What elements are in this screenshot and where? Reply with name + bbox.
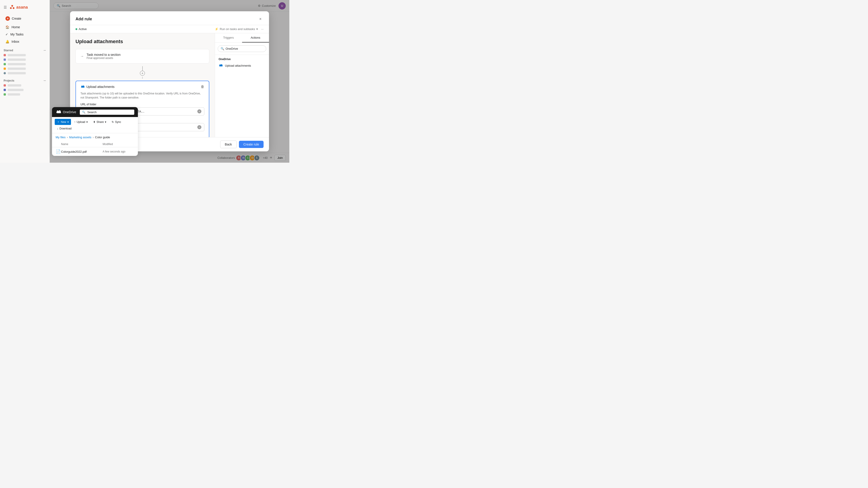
onedrive-panel-header: OneDrive 🔍 Search bbox=[52, 107, 138, 117]
breadcrumb-color-guide[interactable]: Color guide bbox=[95, 135, 110, 139]
action-title: Upload attachments bbox=[75, 39, 209, 44]
file-type-icon: 📄 bbox=[56, 149, 61, 154]
create-button[interactable]: + Create bbox=[3, 14, 47, 23]
od-share-chevron: ▾ bbox=[105, 121, 106, 124]
od-new-button[interactable]: ＋ New ▾ bbox=[55, 119, 71, 125]
project-item-1[interactable] bbox=[0, 83, 50, 88]
sidebar-item-home[interactable]: 🏠 Home bbox=[2, 24, 48, 31]
action-card-title: Upload attachments bbox=[81, 85, 115, 89]
trigger-title: Task moved to a section bbox=[87, 53, 121, 57]
od-upload-button[interactable]: ↑ Upload ▾ bbox=[72, 119, 90, 125]
od-share-button[interactable]: ⬆ Share ▾ bbox=[91, 119, 108, 125]
projects-more-icon[interactable]: ··· bbox=[43, 79, 46, 82]
starred-item-3[interactable] bbox=[0, 62, 50, 66]
breadcrumb-marketing-assets[interactable]: Marketing assets bbox=[69, 135, 91, 139]
trigger-card[interactable]: → Task moved to a section Final approved… bbox=[75, 49, 209, 64]
delete-action-button[interactable]: 🗑 bbox=[201, 85, 204, 89]
project-color-dot bbox=[4, 54, 6, 56]
connector-plus-button[interactable]: + bbox=[140, 71, 145, 76]
home-label: Home bbox=[11, 25, 20, 29]
project-name bbox=[8, 54, 26, 56]
onedrive-search-bar[interactable]: 🔍 Search bbox=[80, 109, 134, 115]
od-download-icon: ↓ bbox=[57, 127, 58, 130]
inbox-label: Inbox bbox=[11, 40, 19, 43]
project-color-dot bbox=[4, 93, 6, 96]
create-rule-button[interactable]: Create rule bbox=[239, 141, 264, 148]
project-name bbox=[8, 63, 26, 65]
panel-search-value: OneDrive bbox=[225, 47, 238, 51]
url-field-label: URL of folder bbox=[81, 103, 204, 106]
trigger-arrow-icon: → bbox=[80, 54, 84, 58]
file-name: Colorguide2022.pdf bbox=[61, 150, 103, 153]
projects-label: Projects bbox=[4, 79, 14, 82]
project-color-dot bbox=[4, 89, 6, 91]
active-dot bbox=[75, 28, 77, 30]
project-name bbox=[8, 68, 26, 70]
more-options-icon[interactable]: ··· bbox=[261, 27, 264, 31]
onedrive-toolbar: ＋ New ▾ ↑ Upload ▾ ⬆ Share ▾ ↻ Sync bbox=[52, 117, 138, 133]
tab-actions[interactable]: Actions bbox=[242, 33, 269, 42]
od-upload-icon: ↑ bbox=[74, 121, 75, 124]
onedrive-panel-title: OneDrive bbox=[63, 110, 76, 114]
main-area: 🔍 Search ⚙ Customize U Add rule × bbox=[50, 0, 289, 163]
breadcrumb: My files › Marketing assets › Color guid… bbox=[52, 133, 138, 141]
bell-icon: 🔔 bbox=[5, 40, 9, 43]
project-color-dot bbox=[4, 59, 6, 61]
starred-item-5[interactable] bbox=[0, 71, 50, 75]
project-name bbox=[8, 84, 21, 87]
path-clear-button[interactable]: × bbox=[197, 125, 202, 129]
chevron-down-icon: ▾ bbox=[256, 27, 258, 31]
starred-item-2[interactable] bbox=[0, 57, 50, 62]
search-icon: 🔍 bbox=[221, 47, 224, 51]
active-badge: Active bbox=[75, 27, 87, 31]
url-clear-button[interactable]: × bbox=[197, 109, 202, 113]
panel-search-input[interactable]: 🔍 OneDrive bbox=[218, 45, 266, 52]
lightning-icon: ⚡ bbox=[215, 27, 218, 31]
col-name-header[interactable]: Name bbox=[61, 142, 103, 146]
panel-category: OneDrive bbox=[215, 55, 269, 62]
starred-item-4[interactable] bbox=[0, 66, 50, 71]
close-button[interactable]: × bbox=[257, 16, 264, 22]
onedrive-cloud-icon bbox=[219, 64, 223, 68]
starred-item-1[interactable] bbox=[0, 53, 50, 57]
onedrive-panel: OneDrive 🔍 Search ＋ New ▾ ↑ Upload ▾ bbox=[52, 107, 138, 156]
project-color-dot bbox=[4, 63, 6, 65]
run-on-label: Run on tasks and subtasks bbox=[220, 27, 255, 31]
od-upload-chevron: ▾ bbox=[86, 121, 88, 124]
project-item-2[interactable] bbox=[0, 88, 50, 92]
panel-item-label: Upload attachments bbox=[225, 64, 251, 67]
breadcrumb-my-files[interactable]: My files bbox=[56, 135, 66, 139]
breadcrumb-sep-2: › bbox=[93, 136, 94, 139]
table-header: Name Modified bbox=[52, 141, 138, 147]
hamburger-icon[interactable]: ☰ bbox=[4, 5, 7, 9]
tab-triggers[interactable]: Triggers bbox=[215, 33, 242, 42]
project-color-dot bbox=[4, 68, 6, 70]
modal-header: Add rule × bbox=[70, 11, 269, 25]
svg-point-2 bbox=[13, 7, 14, 9]
project-item-3[interactable] bbox=[0, 92, 50, 97]
table-row[interactable]: 📄 Colorguide2022.pdf A few seconds ago bbox=[52, 147, 138, 156]
pdf-icon: 📄 bbox=[56, 149, 61, 154]
project-name bbox=[8, 89, 24, 91]
projects-section-header: Projects ··· bbox=[0, 77, 50, 83]
modal-title: Add rule bbox=[75, 17, 92, 22]
right-panel-tabs: Triggers Actions bbox=[215, 33, 269, 43]
starred-label: Starred bbox=[4, 49, 13, 52]
panel-item-upload-attachments[interactable]: Upload attachments bbox=[215, 62, 269, 69]
panel-search: 🔍 OneDrive bbox=[215, 43, 269, 55]
sidebar-item-inbox[interactable]: 🔔 Inbox bbox=[2, 38, 48, 45]
connector: + ↓ bbox=[75, 65, 209, 80]
od-search-icon: 🔍 bbox=[82, 110, 86, 113]
run-on-button[interactable]: ⚡ Run on tasks and subtasks ▾ ··· bbox=[215, 27, 264, 31]
connector-arrow-icon: ↓ bbox=[142, 76, 143, 79]
action-card-header: Upload attachments 🗑 bbox=[81, 85, 204, 89]
od-download-button[interactable]: ↓ Download bbox=[55, 126, 74, 131]
starred-section-header: Starred ··· bbox=[0, 47, 50, 53]
col-modified-header[interactable]: Modified bbox=[103, 142, 134, 146]
project-name bbox=[8, 72, 26, 74]
sidebar-item-my-tasks[interactable]: ✓ My Tasks bbox=[2, 31, 48, 38]
od-sync-button[interactable]: ↻ Sync bbox=[110, 119, 123, 125]
starred-more-icon[interactable]: ··· bbox=[43, 49, 46, 52]
svg-point-0 bbox=[11, 5, 13, 7]
back-button[interactable]: Back bbox=[220, 140, 237, 148]
